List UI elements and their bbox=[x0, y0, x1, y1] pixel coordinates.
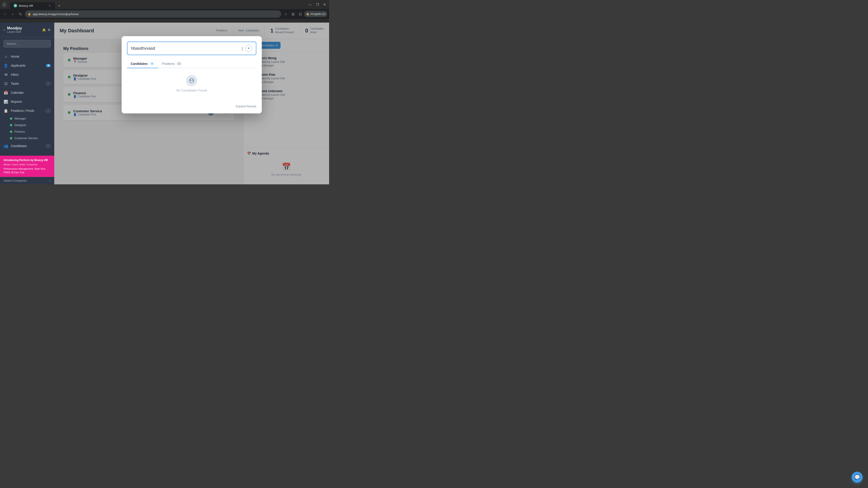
inbox-icon: ✉ bbox=[4, 72, 8, 77]
tab-candidates-label: Candidates bbox=[131, 62, 148, 66]
search-footer: Expand Results bbox=[127, 101, 256, 108]
sidebar-item-tasks-label: Tasks bbox=[11, 82, 19, 86]
search-clear-button[interactable]: × bbox=[245, 45, 252, 52]
sidebar-user-name: Lauren Dell bbox=[7, 30, 40, 33]
expand-results-button[interactable]: Expand Results bbox=[236, 105, 256, 108]
browser-toolbar: ‹ › ↻ 🔒 app.breezy.hr/app/c/moodjoy/home… bbox=[0, 9, 329, 19]
sidebar-sub-item-customer-service-label: Customer Service bbox=[14, 136, 38, 140]
sidebar-sub-item-designer-label: Designer bbox=[14, 123, 26, 127]
sidebar-footer: Search Companies ‹ bbox=[0, 177, 54, 184]
settings-icon[interactable]: ⚙ bbox=[48, 28, 51, 32]
positions-icon: 📋 bbox=[4, 108, 8, 113]
new-tab-button[interactable]: + bbox=[56, 3, 62, 9]
finance-status-dot bbox=[10, 131, 12, 133]
window-close-button[interactable]: ✕ bbox=[322, 2, 327, 7]
promo-title: Introducing Perform by Breezy HR bbox=[4, 158, 51, 162]
sidebar-item-reports[interactable]: 📊 Reports bbox=[0, 97, 54, 106]
sidebar-item-applicants[interactable]: 👤 Applicants 4 bbox=[0, 61, 54, 70]
sidebar-collapse-button[interactable]: ‹ bbox=[50, 179, 51, 183]
sidebar: ‹ Moodjoy Lauren Dell 🔔 ⚙ ⌂ Home 👤 Appli… bbox=[0, 23, 54, 184]
no-results-icon bbox=[186, 75, 197, 86]
sidebar-item-inbox[interactable]: ✉ Inbox bbox=[0, 70, 54, 79]
nav-forward-button[interactable]: › bbox=[9, 11, 16, 17]
candidates-badge: + bbox=[46, 144, 51, 148]
sidebar-promo-banner[interactable]: Introducing Perform by Breezy HR Master,… bbox=[0, 156, 54, 177]
sidebar-brand: Moodjoy Lauren Dell bbox=[7, 26, 40, 33]
layout-button[interactable]: ⊡ bbox=[297, 11, 303, 17]
sidebar-item-tasks[interactable]: ☑ Tasks + bbox=[0, 79, 54, 88]
sidebar-search-input[interactable] bbox=[4, 40, 51, 47]
tab-positions-label: Positions bbox=[162, 62, 175, 66]
browser-chrome: ‹ B Breezy HR × + — ❐ ✕ ‹ › ↻ 🔒 app.bree… bbox=[0, 0, 329, 23]
tab-group-arrow[interactable]: ‹ bbox=[4, 2, 5, 7]
notification-icon[interactable]: 🔔 bbox=[42, 28, 46, 32]
sidebar-brand-name: Moodjoy bbox=[7, 26, 40, 30]
sidebar-item-home[interactable]: ⌂ Home bbox=[0, 52, 54, 61]
sidebar-sub-item-designer[interactable]: Designer bbox=[0, 122, 54, 128]
sidebar-item-home-label: Home bbox=[11, 55, 19, 58]
clear-icon: × bbox=[248, 46, 250, 51]
window-restore-button[interactable]: ❐ bbox=[315, 2, 320, 7]
sidebar-item-applicants-label: Applicants bbox=[11, 64, 26, 67]
search-tab-positions[interactable]: Positions 0 bbox=[158, 60, 185, 68]
sidebar-sub-item-customer-service[interactable]: Customer Service bbox=[0, 135, 54, 141]
tasks-icon: ☑ bbox=[4, 81, 8, 86]
sidebar-item-calendar-label: Calendar bbox=[11, 91, 24, 94]
incognito-badge[interactable]: 🕵 Incognito (2) bbox=[304, 11, 327, 17]
tab-close-button[interactable]: × bbox=[48, 4, 52, 7]
sidebar-sub-item-finance-label: Finance bbox=[14, 130, 25, 133]
search-overlay[interactable]: | × Candidates 0 Positions 0 bbox=[54, 23, 329, 184]
sidebar-item-calendar[interactable]: 📅 Calendar bbox=[0, 88, 54, 97]
applicants-icon: 👤 bbox=[4, 63, 8, 68]
search-input-wrapper: | × bbox=[127, 41, 256, 55]
sidebar-item-inbox-label: Inbox bbox=[11, 73, 19, 76]
search-tabs: Candidates 0 Positions 0 bbox=[127, 60, 256, 68]
no-results-text: No Candidates Found bbox=[176, 89, 207, 92]
sidebar-item-reports-label: Reports bbox=[11, 100, 22, 103]
candidates-icon: 👥 bbox=[4, 144, 8, 148]
lock-icon: 🔒 bbox=[28, 12, 31, 15]
nav-back-button[interactable]: ‹ bbox=[2, 11, 8, 17]
sidebar-item-positions-pools[interactable]: 📋 Positions / Pools + bbox=[0, 106, 54, 115]
tab-positions-count: 0 bbox=[177, 62, 182, 66]
incognito-label: Incognito (2) bbox=[310, 12, 326, 15]
main-area: My Dashboard Positions New Candidates 1 … bbox=[54, 23, 329, 184]
extensions-button[interactable]: ⊞ bbox=[290, 11, 296, 17]
tasks-badge: + bbox=[46, 82, 51, 86]
sidebar-nav: ⌂ Home 👤 Applicants 4 ✉ Inbox ☑ Tasks + … bbox=[0, 50, 54, 156]
search-modal: | × Candidates 0 Positions 0 bbox=[122, 36, 262, 113]
sidebar-item-positions-label: Positions / Pools bbox=[11, 109, 34, 112]
nav-refresh-button[interactable]: ↻ bbox=[17, 11, 24, 17]
reports-icon: 📊 bbox=[4, 99, 8, 104]
sidebar-sub-item-finance[interactable]: Finance bbox=[0, 128, 54, 135]
sidebar-item-candidates[interactable]: 👥 Candidates + bbox=[0, 141, 54, 151]
tab-favicon: B bbox=[13, 4, 17, 7]
sidebar-header: ‹ Moodjoy Lauren Dell 🔔 ⚙ bbox=[0, 23, 54, 37]
applicants-badge: 4 bbox=[46, 64, 51, 67]
window-controls: — ❐ ✕ bbox=[307, 2, 327, 7]
sidebar-sub-item-manager[interactable]: Manager bbox=[0, 115, 54, 122]
browser-titlebar: ‹ B Breezy HR × + — ❐ ✕ bbox=[0, 0, 329, 9]
search-input[interactable] bbox=[131, 46, 239, 51]
promo-subtitle: Master, Coach, Better Companies bbox=[4, 163, 51, 166]
address-text: app.breezy.hr/app/c/moodjoy/home bbox=[33, 12, 79, 16]
tab-candidates-count: 0 bbox=[149, 62, 155, 66]
sidebar-sub-item-manager-label: Manager bbox=[14, 117, 26, 120]
window-minimize-button[interactable]: — bbox=[307, 2, 313, 7]
search-results-area: No Candidates Found bbox=[127, 68, 256, 99]
calendar-icon: 📅 bbox=[4, 90, 8, 95]
incognito-icon: 🕵 bbox=[306, 12, 309, 15]
browser-tab-active[interactable]: B Breezy HR × bbox=[10, 2, 55, 9]
sidebar-toggle-button[interactable]: ‹ bbox=[4, 28, 5, 32]
designer-status-dot bbox=[10, 124, 12, 126]
search-companies-button[interactable]: Search Companies bbox=[4, 179, 27, 182]
customer-service-status-dot bbox=[10, 137, 12, 139]
cursor-blink: | bbox=[242, 46, 243, 51]
star-button[interactable]: ☆ bbox=[283, 11, 289, 17]
sidebar-search-container bbox=[0, 37, 54, 50]
search-tab-candidates[interactable]: Candidates 0 bbox=[127, 60, 158, 68]
tab-title: Breezy HR bbox=[19, 4, 33, 7]
address-bar[interactable]: 🔒 app.breezy.hr/app/c/moodjoy/home bbox=[25, 10, 281, 18]
home-icon: ⌂ bbox=[4, 54, 8, 59]
sidebar-item-candidates-label: Candidates bbox=[11, 144, 27, 148]
